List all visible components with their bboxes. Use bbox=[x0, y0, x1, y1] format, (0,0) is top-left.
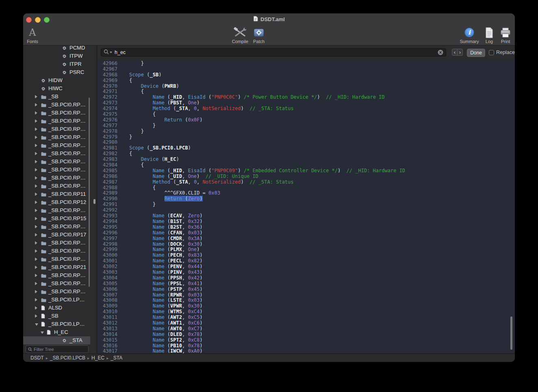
tree-item[interactable]: _SB bbox=[23, 312, 90, 320]
code-line[interactable]: 42999 Name (PLMX, One) bbox=[97, 247, 515, 253]
code-line[interactable]: 42973 Name (PBST, One) bbox=[97, 100, 515, 106]
disclosure-triangle-icon[interactable] bbox=[35, 233, 37, 236]
code-line[interactable]: 42970 Device (PWRB) bbox=[97, 84, 515, 89]
disclosure-triangle-icon[interactable] bbox=[35, 152, 37, 155]
tree-item[interactable]: ALSD bbox=[23, 304, 90, 312]
code-line[interactable]: 43008 Name (LSTE, 0x03) bbox=[97, 298, 515, 303]
disclosure-triangle-icon[interactable] bbox=[35, 225, 37, 228]
disclosure-triangle-icon[interactable] bbox=[35, 103, 37, 106]
code-line[interactable]: 42989 ^^^GFX0.CLID = 0x03 bbox=[97, 191, 515, 196]
code-line[interactable]: 42983 Device (H_EC) bbox=[97, 157, 515, 162]
tree-item[interactable]: _SB.PCI0.RP… bbox=[23, 288, 90, 296]
disclosure-triangle-icon[interactable] bbox=[35, 241, 37, 245]
tree-item[interactable]: _SB.PCI0.RP… bbox=[23, 117, 90, 125]
code-line[interactable]: 42985 Name (_HID, EisaId ("PNP0C09") /* … bbox=[97, 168, 515, 174]
code-editor[interactable]: 42966 }4296742968 Scope (_SB)42969 {4297… bbox=[97, 60, 515, 354]
minimize-button[interactable] bbox=[35, 17, 41, 23]
sidebar-scrollbar[interactable] bbox=[89, 97, 90, 287]
code-line[interactable]: 43005 Name (PPSL, 0x41) bbox=[97, 281, 515, 287]
tree-item[interactable]: _SB.PCI0.RP… bbox=[23, 109, 90, 117]
tree-item[interactable]: _SB.PCI0.RP… bbox=[23, 125, 90, 133]
filter-tree-input[interactable]: Filter Tree bbox=[26, 345, 89, 353]
code-line[interactable]: 42969 { bbox=[97, 78, 515, 84]
search-input[interactable]: h_ec bbox=[101, 48, 446, 56]
code-line[interactable]: 42974 Method (_STA, 0, NotSerialized) //… bbox=[97, 106, 515, 112]
code-line[interactable]: 43001 Name (PECL, 0x82) bbox=[97, 258, 515, 264]
tree-item[interactable]: _SB.PCI0.RP… bbox=[23, 166, 90, 174]
disclosure-triangle-icon[interactable] bbox=[35, 258, 37, 261]
tree-item[interactable]: _SB.PCI0.LP… bbox=[23, 320, 90, 328]
disclosure-triangle-icon[interactable] bbox=[35, 95, 37, 98]
tree-item[interactable]: _SB.PCI0.RP21 bbox=[23, 263, 90, 271]
code-line[interactable]: 42993 Name (ECAV, Zero) bbox=[97, 213, 515, 219]
tree-item[interactable]: _STA bbox=[23, 336, 90, 344]
disclosure-triangle-icon[interactable] bbox=[35, 119, 37, 123]
code-line[interactable]: 42979 } bbox=[97, 134, 515, 140]
code-line[interactable]: 42997 Name (CMDR, 0x3A) bbox=[97, 236, 515, 242]
breadcrumb-item[interactable]: _SB.PCI0.LPCB bbox=[50, 355, 85, 361]
disclosure-triangle-icon[interactable] bbox=[35, 176, 37, 180]
tree-item[interactable]: ITPW bbox=[23, 52, 90, 60]
disclosure-triangle-icon[interactable] bbox=[35, 298, 37, 301]
summary-button[interactable]: i Summary bbox=[458, 26, 481, 44]
code-line[interactable]: 42986 Name (_UID, One) // _UID: Unique I… bbox=[97, 174, 515, 180]
disclosure-triangle-icon[interactable] bbox=[35, 314, 37, 318]
disclosure-triangle-icon[interactable] bbox=[35, 290, 37, 293]
tree-item[interactable]: _SB.PCI0.RP… bbox=[23, 133, 90, 141]
patch-button[interactable]: Patch bbox=[247, 26, 270, 44]
code-line[interactable]: 42984 { bbox=[97, 162, 515, 168]
done-button[interactable]: Done bbox=[467, 49, 485, 57]
tree-item[interactable]: _SB.PCI0.RP… bbox=[23, 271, 90, 279]
tree-item[interactable]: ITPR bbox=[23, 60, 90, 68]
disclosure-triangle-icon[interactable] bbox=[35, 323, 38, 326]
breadcrumb-item[interactable]: H_EC bbox=[91, 355, 104, 361]
disclosure-triangle-icon[interactable] bbox=[35, 128, 37, 131]
code-line[interactable]: 42996 Name (CFAN, 0x03) bbox=[97, 230, 515, 236]
find-next-button[interactable]: › bbox=[457, 49, 463, 56]
disclosure-triangle-icon[interactable] bbox=[35, 160, 37, 163]
code-line[interactable]: 43013 Name (AWT0, 0xC7) bbox=[97, 326, 515, 332]
code-line[interactable]: 42977 } bbox=[97, 123, 515, 129]
tree-item[interactable]: _SB.PCI0.RP… bbox=[23, 149, 90, 158]
code-line[interactable]: 42990 Return (Zero) bbox=[97, 196, 515, 202]
title-bar[interactable]: DSDT.aml bbox=[23, 13, 515, 25]
tree-item[interactable]: _SB.PCI0.RP… bbox=[23, 101, 90, 109]
code-line[interactable]: 43004 Name (PPSH, 0x42) bbox=[97, 275, 515, 281]
tree-item[interactable]: _SB.PCI0.RP15 bbox=[23, 214, 90, 223]
split-handle[interactable] bbox=[93, 199, 95, 204]
tree-item[interactable]: _SB.PCI0.RP… bbox=[23, 182, 90, 190]
disclosure-triangle-icon[interactable] bbox=[35, 136, 37, 139]
code-line[interactable]: 43012 Name (AWT1, 0xC6) bbox=[97, 321, 515, 326]
tree-item[interactable]: _SB.PCI0.RP… bbox=[23, 141, 90, 149]
code-line[interactable]: 42972 Name (_HID, EisaId ("PNP0C0C") /* … bbox=[97, 95, 515, 100]
code-line[interactable]: 43015 Name (SPT2, 0xC8) bbox=[97, 338, 515, 343]
search-scope-chevron-icon[interactable] bbox=[110, 52, 112, 53]
tree-item[interactable]: _SB.PCI0.RP… bbox=[23, 158, 90, 166]
disclosure-triangle-icon[interactable] bbox=[35, 266, 37, 269]
disclosure-triangle-icon[interactable] bbox=[35, 282, 37, 285]
disclosure-triangle-icon[interactable] bbox=[41, 331, 44, 334]
tree-item[interactable]: H_EC bbox=[23, 328, 90, 336]
code-line[interactable]: 42987 Method (_STA, 0, NotSerialized) //… bbox=[97, 180, 515, 185]
zoom-button[interactable] bbox=[44, 17, 50, 23]
code-line[interactable]: 42995 Name (B2ST, 0x36) bbox=[97, 225, 515, 230]
breadcrumb-item[interactable]: DSDT bbox=[30, 355, 44, 361]
code-line[interactable]: 42967 bbox=[97, 67, 515, 72]
disclosure-triangle-icon[interactable] bbox=[35, 274, 37, 277]
code-line[interactable]: 42968 Scope (_SB) bbox=[97, 72, 515, 78]
code-line[interactable]: 43016 Name (PB10, 0x78) bbox=[97, 343, 515, 349]
code-line[interactable]: 42981 Scope (_SB.PCI0.LPCB) bbox=[97, 145, 515, 151]
code-line[interactable]: 43009 Name (VPWR, 0x30) bbox=[97, 303, 515, 309]
tree-item[interactable]: HIWC bbox=[23, 84, 90, 93]
tree-item[interactable]: _SB.PCI0.RP… bbox=[23, 247, 90, 255]
close-button[interactable] bbox=[26, 17, 32, 23]
disclosure-triangle-icon[interactable] bbox=[35, 144, 37, 147]
replace-checkbox[interactable] bbox=[489, 50, 494, 55]
code-line[interactable]: 42994 Name (B1ST, 0x32) bbox=[97, 219, 515, 225]
tree-item[interactable]: PSRC bbox=[23, 68, 90, 76]
code-line[interactable]: 42976 Return (0x0F) bbox=[97, 117, 515, 123]
disclosure-triangle-icon[interactable] bbox=[35, 306, 37, 310]
clear-search-button[interactable] bbox=[438, 50, 443, 55]
code-line[interactable]: 43000 Name (PECH, 0x83) bbox=[97, 253, 515, 258]
code-line[interactable]: 42966 } bbox=[97, 61, 515, 67]
